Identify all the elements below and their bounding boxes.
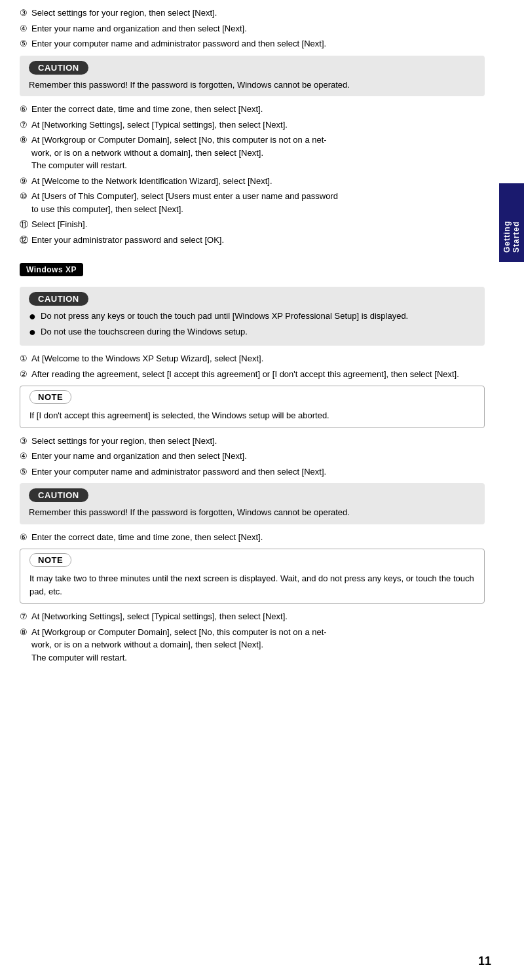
step-11: ⑪ Select [Finish]. [20,218,485,231]
xp-step-7-text: At [Networking Settings], select [Typica… [31,610,485,623]
xp-step-6-list: ⑥ Enter the correct date, time and time … [20,531,485,544]
page-number: 11 [478,954,491,968]
note-label-2: NOTE [29,553,71,567]
step-4-text: Enter your name and organization and the… [31,22,485,35]
step-12: ⑫ Enter your administrator password and … [20,234,485,247]
xp-step-2: ② After reading the agreement, select [I… [20,368,485,381]
xp-step-7: ⑦ At [Networking Settings], select [Typi… [20,610,485,623]
caution-label-3: CAUTION [29,488,88,502]
top-steps-list: ③ Select settings for your region, then … [20,7,485,50]
note-label-1: NOTE [29,390,71,404]
xp-step-2-text: After reading the agreement, select [I a… [31,368,485,381]
xp-step-5: ⑤ Enter your computer name and administr… [20,465,485,479]
step-11-num: ⑪ [20,218,31,231]
xp-step-1-text: At [Welcome to the Windows XP Setup Wiza… [31,352,485,365]
sidebar-tab: Getting Started [499,183,524,262]
caution2-bullet-1-text: Do not press any keys or touch the touch… [41,310,408,323]
note-box-1: NOTE If [I don't accept this agreement] … [20,386,485,428]
xp-step-1: ① At [Welcome to the Windows XP Setup Wi… [20,352,485,365]
xp-step-8-text: At [Workgroup or Computer Domain], selec… [31,626,485,664]
note-text-1: If [I don't accept this agreement] is se… [29,409,475,422]
caution-label-2: CAUTION [29,292,88,306]
step-11-text: Select [Finish]. [31,218,485,231]
step-6-text: Enter the correct date, time and time zo… [31,103,485,116]
step-3: ③ Select settings for your region, then … [20,7,485,20]
xp-step-6-num: ⑥ [20,531,31,544]
caution2-bullet-1: ● Do not press any keys or touch the tou… [29,310,476,323]
step-9: ⑨ At [Welcome to the Network Identificat… [20,175,485,188]
step-12-text: Enter your administrator password and se… [31,234,485,247]
caution-box-3: CAUTION Remember this password! If the p… [20,483,485,524]
xp-step-3-num: ③ [20,435,31,448]
step-3-text: Select settings for your region, then se… [31,7,485,20]
caution-box-1: CAUTION Remember this password! If the p… [20,56,485,97]
windows-xp-badge: Windows XP [20,263,83,276]
step-4: ④ Enter your name and organization and t… [20,22,485,35]
xp-step-5-text: Enter your computer name and administrat… [31,465,485,479]
step-10-num: ⑩ [20,190,31,203]
xp-steps-2-list: ③ Select settings for your region, then … [20,435,485,479]
page-container: ③ Select settings for your region, then … [0,0,524,682]
step-12-num: ⑫ [20,234,31,247]
step-10: ⑩ At [Users of This Computer], select [U… [20,190,485,215]
bullet-dot-2: ● [29,326,41,338]
xp-step-3-text: Select settings for your region, then se… [31,435,485,448]
xp-steps-3-list: ⑦ At [Networking Settings], select [Typi… [20,610,485,664]
step-10-text: At [Users of This Computer], select [Use… [31,190,485,215]
caution2-bullet-2-text: Do not use the touchscreen during the Wi… [41,325,248,338]
xp-step-6: ⑥ Enter the correct date, time and time … [20,531,485,544]
caution-box-2: CAUTION ● Do not press any keys or touch… [20,287,485,346]
step-7: ⑦ At [Networking Settings], select [Typi… [20,118,485,132]
xp-step-5-num: ⑤ [20,465,31,479]
xp-step-8: ⑧ At [Workgroup or Computer Domain], sel… [20,626,485,664]
step-6: ⑥ Enter the correct date, time and time … [20,103,485,116]
caution2-bullets: ● Do not press any keys or touch the tou… [29,310,476,338]
xp-step-8-num: ⑧ [20,626,31,639]
xp-step-3: ③ Select settings for your region, then … [20,435,485,448]
step-6-num: ⑥ [20,103,31,116]
note-text-2: It may take two to three minutes until t… [29,572,475,598]
step-9-num: ⑨ [20,175,31,188]
step-5-text: Enter your computer name and administrat… [31,37,485,50]
step-5-num: ⑤ [20,37,31,50]
step-9-text: At [Welcome to the Network Identificatio… [31,175,485,188]
step-5: ⑤ Enter your computer name and administr… [20,37,485,50]
bullet-dot-1: ● [29,310,41,322]
caution-label-1: CAUTION [29,61,88,75]
caution2-bullet-2: ● Do not use the touchscreen during the … [29,325,476,338]
xp-step-4: ④ Enter your name and organization and t… [20,450,485,463]
xp-step-4-num: ④ [20,450,31,463]
xp-step-7-num: ⑦ [20,610,31,623]
xp-steps-1-list: ① At [Welcome to the Windows XP Setup Wi… [20,352,485,380]
note-box-2: NOTE It may take two to three minutes un… [20,549,485,604]
caution-text-1: Remember this password! If the password … [29,79,476,92]
step-8-num: ⑧ [20,134,31,147]
step-7-num: ⑦ [20,118,31,132]
xp-step-4-text: Enter your name and organization and the… [31,450,485,463]
xp-step-6-text: Enter the correct date, time and time zo… [31,531,485,544]
step-7-text: At [Networking Settings], select [Typica… [31,118,485,132]
step-3-num: ③ [20,7,31,20]
step-4-num: ④ [20,22,31,35]
caution-text-3: Remember this password! If the password … [29,506,476,519]
xp-step-1-num: ① [20,352,31,365]
step-8: ⑧ At [Workgroup or Computer Domain], sel… [20,134,485,172]
xp-step-2-num: ② [20,368,31,381]
middle-steps-list: ⑥ Enter the correct date, time and time … [20,103,485,246]
step-8-text: At [Workgroup or Computer Domain], selec… [31,134,485,172]
